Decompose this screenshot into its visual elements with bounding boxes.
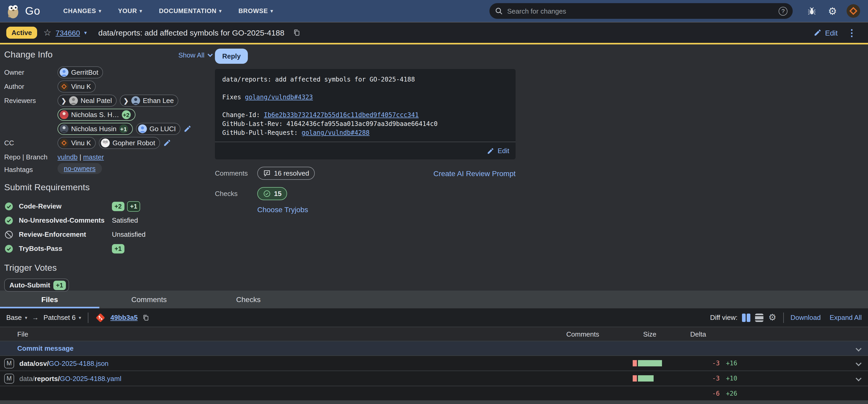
author-chip[interactable]: Vinu K — [58, 80, 96, 93]
change-id-link[interactable]: Ib6e2b33b7321427b55d16c11dbed9f4057ccc34… — [264, 111, 418, 119]
cc-name: Gopher Robot — [113, 139, 155, 147]
trigger-vote-chip[interactable]: Auto-Submit +1 — [4, 278, 69, 292]
chevron-down-icon[interactable]: ▾ — [84, 30, 87, 36]
check-circle-icon — [4, 244, 13, 253]
brand-name: Go — [25, 5, 40, 17]
checks-summary-row: Checks 15 — [215, 187, 516, 200]
hashtag-link[interactable]: no-owners — [64, 165, 95, 172]
requirement-row[interactable]: TryBots-Pass +1 — [4, 241, 211, 256]
nav-menu-your[interactable]: YOUR ▾ — [111, 0, 150, 22]
modified-status-badge: M — [4, 373, 14, 383]
edit-change-button[interactable]: Edit — [814, 29, 838, 37]
reviewer-chip[interactable]: ❯ Neal Patel — [58, 95, 117, 107]
reviewer-chip[interactable]: ❯ Ethan Lee — [120, 95, 179, 107]
check-circle-icon — [4, 201, 13, 211]
more-options-button[interactable]: ⋮ — [842, 27, 862, 38]
photo-avatar — [69, 96, 78, 105]
chevron-down-icon: ▾ — [219, 8, 222, 13]
check-circle-outline-icon — [263, 190, 271, 198]
commit-message-row[interactable]: Commit message — [0, 341, 868, 356]
choose-tryjobs-link[interactable]: Choose Tryjobs — [257, 205, 308, 214]
download-link[interactable]: Download — [790, 313, 821, 322]
reply-button[interactable]: Reply — [215, 48, 248, 64]
brand[interactable]: Go — [5, 3, 40, 19]
reviewer-chip[interactable]: Nicholas Husin +1 — [58, 123, 132, 135]
reviewer-name: Ethan Lee — [143, 97, 174, 104]
diff-preferences-button[interactable]: ⚙ — [768, 312, 776, 323]
diamond-avatar — [60, 82, 68, 91]
last-rev-label: GitHub-Last-Rev: — [222, 120, 286, 128]
requirement-status: Satisfied — [112, 216, 138, 224]
bug-icon — [807, 6, 816, 15]
expand-row-icon[interactable] — [856, 375, 862, 381]
commit-sha-link[interactable]: 49bb3a5 — [110, 313, 137, 322]
comments-label: Comments — [215, 169, 257, 177]
requirement-row[interactable]: Review-Enforcement Unsatisfied — [4, 227, 211, 241]
show-all-label: Show All — [178, 51, 205, 59]
cc-chip[interactable]: Vinu K — [58, 137, 96, 149]
tab-checks[interactable]: Checks — [199, 291, 298, 308]
search-icon — [495, 7, 503, 15]
tab-comments[interactable]: Comments — [99, 291, 199, 308]
base-patchset-select[interactable]: Base ▾ — [6, 313, 27, 322]
patchset-label: Patchset 6 — [43, 313, 75, 322]
tab-bar: Files Comments Checks — [0, 291, 868, 308]
gopher-logo-icon — [5, 3, 21, 19]
requirement-row[interactable]: No-Unresolved-Comments Satisfied — [4, 213, 211, 227]
cc-name: Vinu K — [71, 139, 91, 147]
chevron-down-icon: ▾ — [271, 8, 273, 13]
copy-sha-button[interactable] — [142, 314, 150, 321]
create-ai-review-prompt-link[interactable]: Create AI Review Prompt — [433, 169, 516, 177]
modified-status-badge: M — [4, 358, 14, 368]
expand-row-icon[interactable] — [856, 345, 862, 351]
repo-link[interactable]: vulndb — [58, 153, 78, 161]
account-menu[interactable] — [844, 4, 863, 18]
reviewer-chip[interactable]: Go LUCI — [136, 123, 180, 135]
column-size: Size — [633, 330, 690, 338]
resolved-comments-chip[interactable]: 16 resolved — [257, 167, 315, 180]
report-bug-button[interactable] — [802, 6, 821, 15]
status-badge: Active — [6, 27, 37, 39]
fixes-link[interactable]: golang/vulndb#4323 — [245, 94, 313, 101]
cc-chip[interactable]: Gopher Robot — [99, 137, 160, 149]
nav-menu-browse[interactable]: BROWSE ▾ — [231, 0, 281, 22]
pull-request-link[interactable]: golang/vulndb#4288 — [302, 129, 369, 136]
edit-cc-button[interactable] — [163, 139, 171, 147]
nav-menu-changes[interactable]: CHANGES ▾ — [56, 0, 108, 22]
file-row[interactable]: M data/reports/GO-2025-4188.yaml -3 +10 — [0, 371, 868, 386]
edit-reviewers-button[interactable] — [184, 125, 192, 133]
edit-commit-message-button[interactable]: Edit — [487, 147, 509, 155]
unified-view-button[interactable] — [755, 313, 764, 322]
requirement-row[interactable]: Code-Review +2 +1 — [4, 199, 211, 213]
last-rev-value: 41642436cfa955aa013ac097aa3d9baae66414c0 — [286, 120, 438, 128]
reviewer-chip[interactable]: Nicholas S. H… +2 — [58, 109, 135, 121]
expand-all-link[interactable]: Expand All — [830, 313, 862, 322]
file-path-link[interactable]: data/reports/GO-2025-4188.yaml — [19, 374, 121, 382]
reviewers-row: Reviewers ❯ Neal Patel ❯ Ethan Lee — [4, 95, 211, 135]
branch-link[interactable]: master — [83, 153, 104, 161]
search-box[interactable]: ? — [489, 3, 793, 19]
search-input[interactable] — [507, 7, 774, 15]
next-section-edge — [0, 401, 868, 404]
chevron-down-icon: ▾ — [140, 8, 142, 13]
side-by-side-view-button[interactable] — [742, 313, 751, 322]
settings-button[interactable]: ⚙ — [823, 5, 842, 17]
file-row[interactable]: M data/osv/GO-2025-4188.json -3 +16 — [0, 356, 868, 371]
star-icon[interactable]: ☆ — [43, 27, 52, 38]
show-all-button[interactable]: Show All — [178, 51, 211, 59]
commit-message-link[interactable]: Commit message — [17, 344, 73, 352]
tab-files[interactable]: Files — [0, 291, 99, 308]
checks-passed-chip[interactable]: 15 — [257, 187, 287, 200]
size-bar — [633, 375, 690, 381]
hashtag-chip[interactable]: no-owners — [58, 163, 102, 174]
git-commit-icon — [95, 312, 105, 323]
change-number-link[interactable]: 734660 — [56, 29, 80, 37]
commit-title-line: data/reports: add affected symbols for G… — [222, 76, 415, 83]
copy-title-button[interactable] — [293, 29, 301, 37]
search-help-icon[interactable]: ? — [779, 6, 787, 15]
patchset-select[interactable]: Patchset 6 ▾ — [43, 313, 81, 322]
nav-menu-documentation[interactable]: DOCUMENTATION ▾ — [152, 0, 229, 22]
expand-row-icon[interactable] — [856, 360, 862, 366]
file-path-link[interactable]: data/osv/GO-2025-4188.json — [19, 359, 108, 367]
owner-chip[interactable]: GerritBot — [58, 66, 103, 78]
